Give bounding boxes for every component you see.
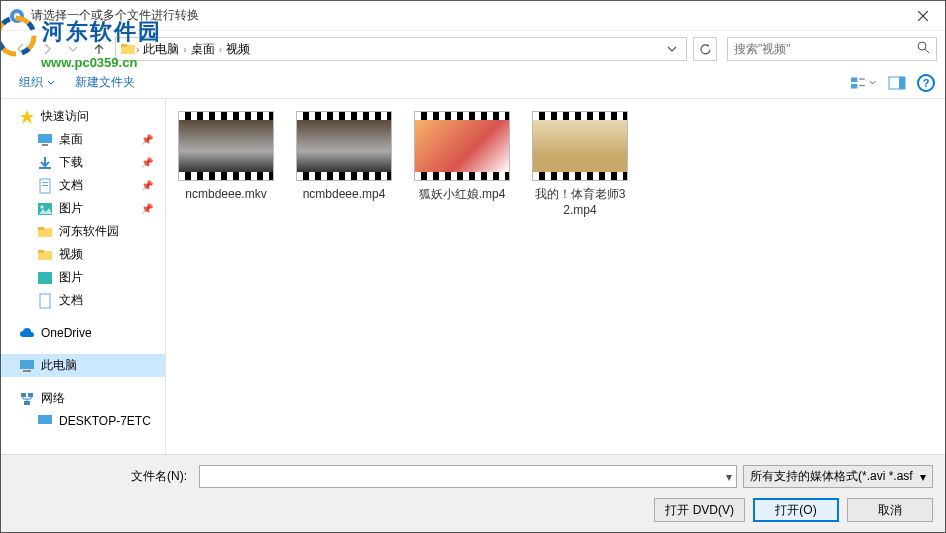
chevron-down-icon[interactable]: ▾ [726,470,732,484]
search-input[interactable] [734,42,917,56]
chevron-down-icon [869,79,876,87]
sidebar-item-label: 文档 [59,292,83,309]
close-button[interactable] [900,1,945,31]
view-icon [850,76,867,90]
arrow-left-icon [14,42,28,56]
sidebar-pictures2[interactable]: 图片 [1,266,165,289]
file-item[interactable]: 狐妖小红娘.mp4 [412,111,512,203]
new-folder-button[interactable]: 新建文件夹 [67,70,143,95]
button-label: 取消 [878,502,902,519]
main-area: 快速访问 桌面📌 下载📌 文档📌 图片📌 河东软件园 视频 图片 文档 OneD… [1,99,945,469]
svg-rect-29 [24,401,30,405]
sidebar-this-pc[interactable]: 此电脑 [1,354,165,377]
up-button[interactable] [87,37,111,61]
nav-arrows [9,37,111,61]
sidebar-pictures[interactable]: 图片📌 [1,197,165,220]
network-icon [19,391,35,407]
open-button[interactable]: 打开(O) [753,498,839,522]
breadcrumb-seg[interactable]: 桌面 [187,41,219,58]
open-dvd-button[interactable]: 打开 DVD(V) [654,498,745,522]
chevron-down-icon [68,44,78,54]
file-type-filter[interactable]: 所有支持的媒体格式(*.avi *.asf▾ [743,465,933,488]
file-list[interactable]: ncmbdeee.mkv ncmbdeee.mp4 狐妖小红娘.mp4 我的！体… [166,99,945,469]
breadcrumb[interactable]: › 此电脑 › 桌面 › 视频 [115,37,687,61]
cancel-button[interactable]: 取消 [847,498,933,522]
breadcrumb-seg[interactable]: 此电脑 [139,41,183,58]
sidebar-onedrive[interactable]: OneDrive [1,322,165,344]
forward-button[interactable] [35,37,59,61]
sidebar-item-label: 此电脑 [41,357,77,374]
svg-rect-7 [859,78,865,79]
svg-rect-25 [20,360,34,369]
svg-rect-30 [38,415,52,424]
preview-icon [888,76,906,90]
chevron-down-icon: ▾ [920,470,926,484]
sidebar-network[interactable]: 网络 [1,387,165,410]
svg-rect-13 [39,167,51,169]
window-title: 请选择一个或多个文件进行转换 [31,7,900,24]
pin-icon: 📌 [141,180,161,191]
pin-icon: 📌 [141,203,161,214]
sidebar-item-label: 文档 [59,177,83,194]
breadcrumb-seg[interactable]: 视频 [222,41,254,58]
pc-icon [37,413,53,429]
organize-label: 组织 [19,74,43,91]
sidebar-item-label: 网络 [41,390,65,407]
sidebar-video[interactable]: 视频 [1,243,165,266]
chevron-down-icon [667,44,677,54]
sidebar-desktop-node[interactable]: DESKTOP-7ETC [1,410,165,432]
file-name: 我的！体育老师32.mp4 [530,187,630,218]
file-name: 狐妖小红娘.mp4 [412,187,512,203]
video-thumbnail [178,111,274,181]
refresh-icon [699,43,712,56]
organize-menu[interactable]: 组织 [11,70,63,95]
picture-icon [37,201,53,217]
document-icon [37,178,53,194]
sidebar-item-label: 下载 [59,154,83,171]
file-item[interactable]: ncmbdeee.mkv [176,111,276,203]
view-mode-button[interactable] [849,72,877,94]
file-item[interactable]: ncmbdeee.mp4 [294,111,394,203]
sidebar-item-label: 视频 [59,246,83,263]
pin-icon: 📌 [141,134,161,145]
svg-rect-27 [21,393,26,397]
sidebar-documents2[interactable]: 文档 [1,289,165,312]
svg-rect-6 [851,83,857,88]
search-icon[interactable] [917,41,930,57]
preview-pane-button[interactable] [883,72,911,94]
file-item[interactable]: 我的！体育老师32.mp4 [530,111,630,218]
file-name: ncmbdeee.mp4 [294,187,394,203]
titlebar: 请选择一个或多个文件进行转换 [1,1,945,31]
refresh-button[interactable] [693,37,717,61]
sidebar-item-label: 图片 [59,269,83,286]
svg-rect-3 [121,44,127,47]
search-box[interactable] [727,37,937,61]
help-button[interactable]: ? [917,74,935,92]
file-name: ncmbdeee.mkv [176,187,276,203]
svg-rect-20 [38,227,44,230]
sidebar-documents[interactable]: 文档📌 [1,174,165,197]
document-icon [37,293,53,309]
svg-rect-11 [38,134,52,143]
sidebar-quick-access[interactable]: 快速访问 [1,105,165,128]
svg-rect-28 [28,393,33,397]
filename-input[interactable]: ▾ [199,465,737,488]
sidebar-hedong[interactable]: 河东软件园 [1,220,165,243]
arrow-up-icon [92,42,106,56]
svg-rect-5 [851,77,857,82]
video-thumbnail [532,111,628,181]
sidebar: 快速访问 桌面📌 下载📌 文档📌 图片📌 河东软件园 视频 图片 文档 OneD… [1,99,166,469]
sidebar-downloads[interactable]: 下载📌 [1,151,165,174]
sidebar-item-label: 桌面 [59,131,83,148]
picture-icon [37,270,53,286]
button-label: 打开(O) [775,502,816,519]
breadcrumb-dropdown[interactable] [662,44,682,54]
toolbar: 组织 新建文件夹 ? [1,67,945,99]
cloud-icon [19,325,35,341]
svg-point-1 [14,13,20,19]
back-button[interactable] [9,37,33,61]
navbar: › 此电脑 › 桌面 › 视频 [1,31,945,67]
recent-dropdown[interactable] [61,37,85,61]
sidebar-desktop[interactable]: 桌面📌 [1,128,165,151]
svg-rect-22 [38,250,44,253]
